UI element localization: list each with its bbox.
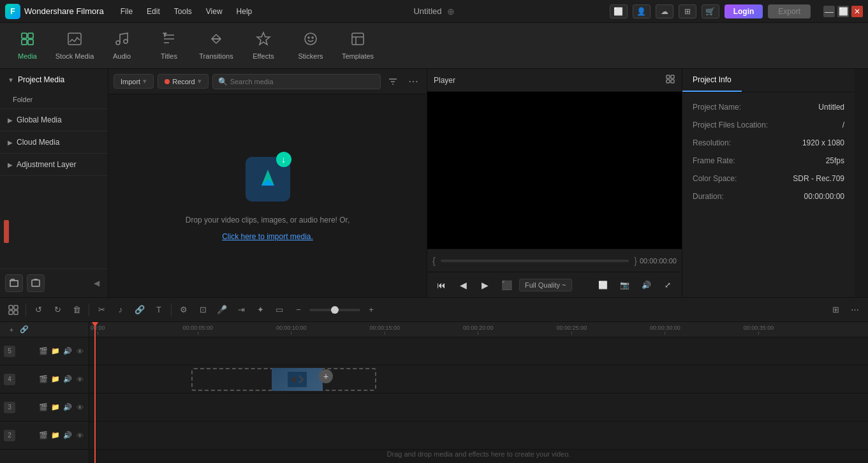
record-button[interactable]: Record ▾ bbox=[158, 74, 208, 89]
zoom-out-btn[interactable]: − bbox=[290, 302, 307, 318]
track-2-eye-icon[interactable]: 👁 bbox=[75, 430, 85, 441]
export-button[interactable]: Export bbox=[768, 4, 811, 18]
stop-btn[interactable]: ⬛ bbox=[497, 276, 515, 294]
close-button[interactable]: ✕ bbox=[851, 6, 863, 17]
toolbar-transitions[interactable]: Transitions bbox=[194, 26, 239, 66]
toolbar-effects[interactable]: Effects bbox=[241, 26, 286, 66]
track-2-film-icon[interactable]: 🎬 bbox=[38, 430, 48, 441]
toolbar-stickers[interactable]: Stickers bbox=[288, 26, 333, 66]
player-settings-icon[interactable] bbox=[665, 74, 675, 86]
split-btn[interactable]: ✂ bbox=[93, 302, 110, 318]
cloud-icon[interactable]: ☁ bbox=[656, 4, 673, 18]
filter-icon[interactable] bbox=[385, 73, 401, 90]
undo-btn[interactable]: ↺ bbox=[30, 302, 47, 318]
zoom-thumb[interactable] bbox=[331, 306, 339, 314]
settings-btn[interactable]: ⋯ bbox=[846, 302, 863, 318]
mask-btn[interactable]: ▭ bbox=[271, 302, 288, 318]
playhead[interactable] bbox=[94, 322, 96, 463]
add-clip-btn[interactable]: + bbox=[319, 369, 333, 383]
drop-link[interactable]: Click here to import media. bbox=[222, 232, 313, 241]
layout-btn[interactable]: ⊞ bbox=[827, 302, 844, 318]
track-5-film-icon[interactable]: 🎬 bbox=[38, 346, 48, 356]
menu-file[interactable]: File bbox=[114, 4, 139, 18]
monitor-icon[interactable]: ⬜ bbox=[610, 4, 628, 18]
toolbar-templates[interactable]: Templates bbox=[335, 26, 380, 66]
project-media-header[interactable]: ▼ Project Media bbox=[0, 69, 108, 91]
project-name-label: Project Name: bbox=[693, 103, 741, 112]
track-5-folder-icon[interactable]: 📁 bbox=[50, 346, 61, 356]
cloud-media-header[interactable]: ▶ Cloud Media bbox=[0, 131, 108, 153]
grid-icon[interactable]: ⊞ bbox=[679, 4, 696, 18]
add-item-btn[interactable] bbox=[27, 274, 45, 292]
magnet-btn[interactable]: 🔗 bbox=[18, 323, 31, 336]
maximize-button[interactable]: ⬜ bbox=[837, 6, 849, 17]
search-box[interactable]: 🔍 bbox=[212, 74, 381, 89]
fullscreen-btn[interactable]: ⤢ bbox=[659, 276, 677, 294]
timeline-tracks[interactable]: 00:00 00:00:05:00 00:00:10:00 00:00:15:0… bbox=[89, 322, 868, 463]
voice-btn[interactable]: 🎤 bbox=[214, 302, 230, 318]
crop-btn[interactable]: ⊡ bbox=[195, 302, 211, 318]
minimize-button[interactable]: — bbox=[823, 6, 835, 17]
toolbar-media[interactable]: Media bbox=[5, 26, 50, 66]
text-btn[interactable]: T bbox=[151, 302, 167, 318]
zoom-in-btn[interactable]: + bbox=[363, 302, 379, 318]
toolbar-stock-media[interactable]: Stock Media bbox=[52, 26, 97, 66]
track-row-2[interactable] bbox=[89, 422, 868, 450]
redo-btn[interactable]: ↻ bbox=[49, 302, 66, 318]
volume-btn[interactable]: 🔊 bbox=[637, 276, 655, 294]
bracket-left[interactable]: { bbox=[432, 256, 436, 266]
track-5-eye-icon[interactable]: 👁 bbox=[75, 346, 85, 356]
track-3-eye-icon[interactable]: 👁 bbox=[75, 402, 85, 413]
track-3-film-icon[interactable]: 🎬 bbox=[38, 402, 48, 413]
track-2-folder-icon[interactable]: 📁 bbox=[50, 430, 61, 441]
track-4-audio-icon[interactable]: 🔊 bbox=[63, 374, 73, 385]
more-options-icon[interactable]: ⋯ bbox=[405, 73, 422, 90]
adjustment-layer-header[interactable]: ▶ Adjustment Layer bbox=[0, 154, 108, 175]
link-btn[interactable]: 🔗 bbox=[131, 302, 148, 318]
bracket-right[interactable]: } bbox=[634, 256, 637, 266]
cart-icon[interactable]: 🛒 bbox=[702, 4, 719, 18]
add-media-btn[interactable]: + bbox=[5, 323, 18, 336]
track-row-5[interactable] bbox=[89, 337, 868, 365]
track-3-audio-icon[interactable]: 🔊 bbox=[63, 402, 73, 413]
step-back-btn[interactable]: ⏮ bbox=[432, 276, 450, 294]
stabilize-btn[interactable]: ✦ bbox=[252, 302, 268, 318]
toolbar-titles[interactable]: T Titles bbox=[147, 26, 191, 66]
menu-tools[interactable]: Tools bbox=[168, 4, 198, 18]
menu-view[interactable]: View bbox=[200, 4, 229, 18]
snapshot-btn[interactable]: 📷 bbox=[615, 276, 633, 294]
audio-clip-btn[interactable]: ♪ bbox=[112, 302, 129, 318]
track-3-folder-icon[interactable]: 📁 bbox=[50, 402, 61, 413]
import-button[interactable]: Import ▾ bbox=[114, 74, 154, 89]
track-4-eye-icon[interactable]: 👁 bbox=[75, 374, 85, 385]
track-2-audio-icon[interactable]: 🔊 bbox=[63, 430, 73, 441]
track-row-4[interactable]: + bbox=[89, 365, 868, 393]
search-input[interactable] bbox=[230, 78, 375, 85]
collapse-panel-btn[interactable]: ◀ bbox=[90, 274, 103, 292]
people-icon[interactable]: 👤 bbox=[633, 4, 651, 18]
track-4-folder-icon[interactable]: 📁 bbox=[50, 374, 61, 385]
menu-edit[interactable]: Edit bbox=[140, 4, 166, 18]
global-media-header[interactable]: ▶ Global Media bbox=[0, 109, 108, 131]
track-row-3[interactable] bbox=[89, 393, 868, 422]
play-btn[interactable]: ▶ bbox=[476, 276, 494, 294]
login-button[interactable]: Login bbox=[725, 4, 763, 18]
add-folder-btn[interactable] bbox=[5, 274, 23, 292]
screen-mode-btn[interactable]: ⬜ bbox=[594, 276, 612, 294]
play-back-btn[interactable]: ◀ bbox=[454, 276, 472, 294]
add-track-btn[interactable] bbox=[5, 302, 22, 318]
delete-btn[interactable]: 🗑 bbox=[68, 302, 85, 318]
quality-button[interactable]: Full Quality ~ bbox=[519, 279, 572, 291]
tab-project-info[interactable]: Project Info bbox=[682, 69, 742, 92]
drop-zone[interactable]: ↓ Drop your video clips, images, or audi… bbox=[108, 94, 427, 297]
speed-btn[interactable]: ⇥ bbox=[233, 302, 249, 318]
menu-help[interactable]: Help bbox=[230, 4, 259, 18]
zoom-track[interactable] bbox=[309, 309, 360, 311]
color-correction-btn[interactable]: ⚙ bbox=[175, 302, 192, 318]
media-clip[interactable] bbox=[272, 368, 323, 391]
track-5-audio-icon[interactable]: 🔊 bbox=[63, 346, 73, 356]
player-timeline-slider[interactable] bbox=[441, 260, 629, 262]
toolbar-audio[interactable]: Audio bbox=[99, 26, 144, 66]
track-4-film-icon[interactable]: 🎬 bbox=[38, 374, 48, 385]
folder-item[interactable]: Folder bbox=[0, 91, 108, 108]
